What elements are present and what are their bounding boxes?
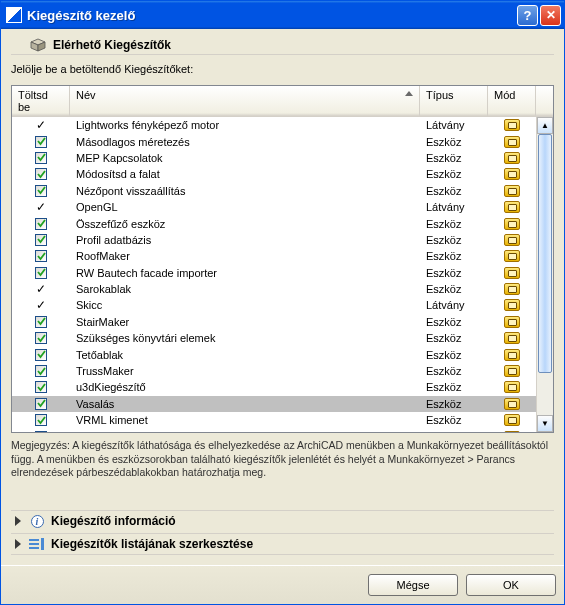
table-row[interactable]: TetőablakEszköz [12, 346, 536, 362]
mode-cell[interactable] [488, 365, 536, 377]
table-row[interactable]: RoofMakerEszköz [12, 248, 536, 264]
checkbox-icon[interactable] [35, 381, 47, 393]
mode-cell[interactable] [488, 332, 536, 344]
mode-cell[interactable] [488, 185, 536, 197]
type-cell: Látvány [420, 119, 488, 131]
mode-cell[interactable] [488, 152, 536, 164]
mode-cell[interactable] [488, 431, 536, 432]
checkbox-icon[interactable] [35, 414, 47, 426]
load-cell[interactable] [12, 234, 70, 246]
expand-icon [15, 539, 21, 549]
table-row[interactable]: ✓OpenGLLátvány [12, 199, 536, 215]
checkbox-icon[interactable] [35, 349, 47, 361]
column-mode[interactable]: Mód [488, 86, 536, 116]
load-cell[interactable] [12, 267, 70, 279]
close-button[interactable]: ✕ [540, 5, 561, 26]
mode-cell[interactable] [488, 283, 536, 295]
checkbox-icon[interactable] [35, 365, 47, 377]
checkbox-icon[interactable] [35, 136, 47, 148]
checkbox-icon[interactable] [35, 152, 47, 164]
load-cell[interactable] [12, 365, 70, 377]
checkbox-icon[interactable] [35, 234, 47, 246]
scroll-thumb[interactable] [538, 134, 552, 373]
load-cell[interactable] [12, 218, 70, 230]
load-cell[interactable] [12, 349, 70, 361]
load-cell[interactable]: ✓ [12, 283, 70, 295]
mode-cell[interactable] [488, 250, 536, 262]
scroll-track[interactable] [537, 134, 553, 415]
cancel-button[interactable]: Mégse [368, 574, 458, 596]
mode-cell[interactable] [488, 299, 536, 311]
mode-cell[interactable] [488, 218, 536, 230]
load-cell[interactable] [12, 185, 70, 197]
table-row[interactable]: u3dKiegészítőEszköz [12, 379, 536, 395]
table-row[interactable]: RW Bautech facade importerEszköz [12, 265, 536, 281]
table-row[interactable]: WaveFront 3D kimenetEszköz [12, 428, 536, 432]
load-cell[interactable] [12, 250, 70, 262]
scroll-down-button[interactable]: ▼ [537, 415, 553, 432]
table-row[interactable]: MEP KapcsolatokEszköz [12, 150, 536, 166]
load-cell[interactable] [12, 152, 70, 164]
name-cell: RoofMaker [70, 250, 420, 262]
mode-folder-icon [504, 152, 520, 164]
load-cell[interactable] [12, 381, 70, 393]
load-cell[interactable]: ✓ [12, 299, 70, 311]
load-cell[interactable] [12, 136, 70, 148]
title-bar: Kiegészítő kezelő ? ✕ [1, 1, 564, 29]
load-cell[interactable] [12, 316, 70, 328]
mode-cell[interactable] [488, 136, 536, 148]
mode-cell[interactable] [488, 168, 536, 180]
table-row[interactable]: Összefűző eszközEszköz [12, 215, 536, 231]
load-cell[interactable] [12, 431, 70, 432]
mode-cell[interactable] [488, 267, 536, 279]
load-cell[interactable] [12, 332, 70, 344]
table-row[interactable]: TrussMakerEszköz [12, 363, 536, 379]
checkbox-icon[interactable] [35, 185, 47, 197]
mode-folder-icon [504, 168, 520, 180]
mode-cell[interactable] [488, 119, 536, 131]
table-row[interactable]: Profil adatbázisEszköz [12, 232, 536, 248]
table-row[interactable]: Módosítsd a falatEszköz [12, 166, 536, 182]
load-cell[interactable]: ✓ [12, 201, 70, 213]
load-cell[interactable] [12, 414, 70, 426]
mode-cell[interactable] [488, 398, 536, 410]
column-name[interactable]: Név [70, 86, 420, 116]
checkbox-icon[interactable] [35, 168, 47, 180]
panel-addon-info[interactable]: i Kiegészítő információ [11, 510, 554, 531]
checkbox-icon[interactable] [35, 218, 47, 230]
table-row[interactable]: VasalásEszköz [12, 396, 536, 412]
checkbox-icon[interactable] [35, 398, 47, 410]
mode-cell[interactable] [488, 234, 536, 246]
table-row[interactable]: StairMakerEszköz [12, 314, 536, 330]
checkbox-icon[interactable] [35, 316, 47, 328]
checkbox-icon[interactable] [35, 431, 47, 432]
mode-cell[interactable] [488, 201, 536, 213]
table-row[interactable]: ✓SkiccLátvány [12, 297, 536, 313]
mode-cell[interactable] [488, 414, 536, 426]
mode-cell[interactable] [488, 381, 536, 393]
panel-edit-list[interactable]: Kiegészítők listájának szerkesztése [11, 533, 554, 555]
table-row[interactable]: VRML kimenetEszköz [12, 412, 536, 428]
table-row[interactable]: Szükséges könyvtári elemekEszköz [12, 330, 536, 346]
ok-button[interactable]: OK [466, 574, 556, 596]
table-row[interactable]: ✓Lightworks fényképező motorLátvány [12, 117, 536, 133]
mode-cell[interactable] [488, 349, 536, 361]
checkbox-icon[interactable] [35, 250, 47, 262]
type-cell: Eszköz [420, 283, 488, 295]
help-button[interactable]: ? [517, 5, 538, 26]
checkbox-icon[interactable] [35, 332, 47, 344]
scroll-up-button[interactable]: ▲ [537, 117, 553, 134]
column-type[interactable]: Típus [420, 86, 488, 116]
column-load[interactable]: Töltsd be [12, 86, 70, 116]
table-row[interactable]: Másodlagos méretezésEszköz [12, 133, 536, 149]
load-cell[interactable] [12, 168, 70, 180]
load-cell[interactable] [12, 398, 70, 410]
type-cell: Eszköz [420, 267, 488, 279]
load-cell[interactable]: ✓ [12, 119, 70, 131]
table-row[interactable]: ✓SarokablakEszköz [12, 281, 536, 297]
checkbox-icon[interactable] [35, 267, 47, 279]
mode-cell[interactable] [488, 316, 536, 328]
table-row[interactable]: Nézőpont visszaállításEszköz [12, 183, 536, 199]
addons-icon [29, 38, 47, 52]
vertical-scrollbar[interactable]: ▲ ▼ [536, 117, 553, 432]
